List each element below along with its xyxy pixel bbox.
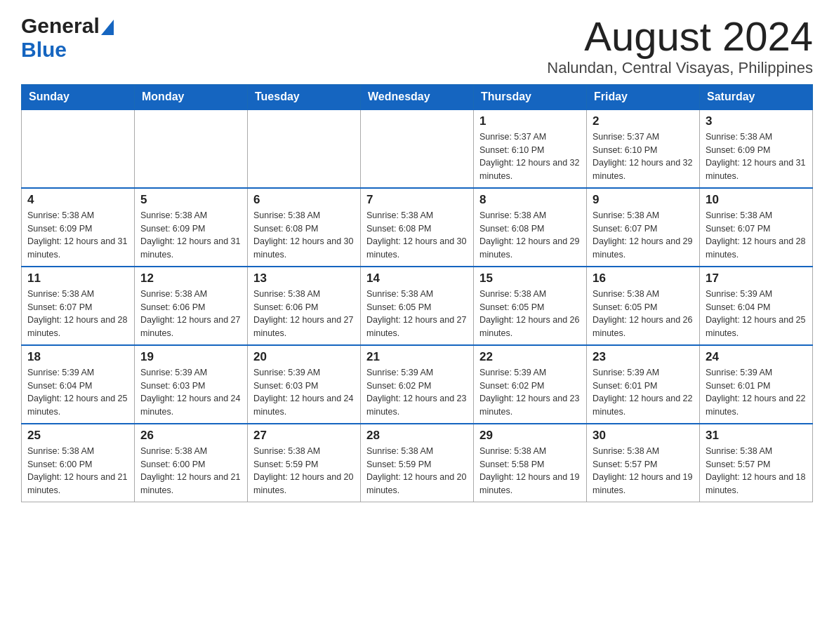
day-info: Sunrise: 5:38 AMSunset: 6:00 PMDaylight:…	[27, 445, 128, 497]
calendar-day-cell: 26Sunrise: 5:38 AMSunset: 6:00 PMDayligh…	[135, 424, 248, 502]
title-block: August 2024 Nalundan, Central Visayas, P…	[547, 14, 813, 77]
day-info: Sunrise: 5:38 AMSunset: 6:08 PMDaylight:…	[479, 209, 581, 262]
day-number: 14	[366, 271, 468, 286]
day-info: Sunrise: 5:39 AMSunset: 6:03 PMDaylight:…	[253, 366, 355, 419]
calendar-day-cell: 6Sunrise: 5:38 AMSunset: 6:08 PMDaylight…	[248, 188, 361, 267]
day-number: 7	[366, 193, 468, 207]
day-info: Sunrise: 5:38 AMSunset: 6:08 PMDaylight:…	[366, 209, 468, 262]
day-info: Sunrise: 5:39 AMSunset: 6:03 PMDaylight:…	[140, 366, 241, 419]
day-info: Sunrise: 5:38 AMSunset: 6:00 PMDaylight:…	[140, 445, 241, 497]
day-info: Sunrise: 5:39 AMSunset: 6:02 PMDaylight:…	[479, 366, 581, 419]
page-header: General Blue August 2024 Nalundan, Centr…	[21, 14, 813, 77]
day-number: 11	[27, 271, 128, 286]
day-info: Sunrise: 5:38 AMSunset: 6:05 PMDaylight:…	[479, 288, 581, 340]
day-info: Sunrise: 5:38 AMSunset: 6:06 PMDaylight:…	[140, 288, 241, 340]
logo: General Blue	[21, 14, 114, 62]
day-info: Sunrise: 5:38 AMSunset: 5:59 PMDaylight:…	[253, 445, 355, 497]
calendar-day-cell: 18Sunrise: 5:39 AMSunset: 6:04 PMDayligh…	[22, 345, 135, 424]
calendar-day-cell: 19Sunrise: 5:39 AMSunset: 6:03 PMDayligh…	[135, 345, 248, 424]
day-info: Sunrise: 5:38 AMSunset: 6:09 PMDaylight:…	[706, 130, 807, 183]
calendar-day-cell: 29Sunrise: 5:38 AMSunset: 5:58 PMDayligh…	[474, 424, 587, 502]
calendar-header-wednesday: Wednesday	[361, 84, 474, 109]
day-info: Sunrise: 5:39 AMSunset: 6:04 PMDaylight:…	[27, 366, 128, 419]
calendar-day-cell: 24Sunrise: 5:39 AMSunset: 6:01 PMDayligh…	[700, 345, 813, 424]
day-number: 8	[479, 193, 581, 207]
day-number: 31	[706, 429, 807, 443]
day-number: 17	[706, 271, 807, 286]
calendar-day-cell: 21Sunrise: 5:39 AMSunset: 6:02 PMDayligh…	[361, 345, 474, 424]
day-info: Sunrise: 5:38 AMSunset: 5:59 PMDaylight:…	[366, 445, 468, 497]
logo-triangle-icon	[101, 20, 114, 35]
calendar-week-row: 18Sunrise: 5:39 AMSunset: 6:04 PMDayligh…	[22, 345, 813, 424]
calendar-day-cell: 17Sunrise: 5:39 AMSunset: 6:04 PMDayligh…	[700, 267, 813, 345]
day-info: Sunrise: 5:38 AMSunset: 6:07 PMDaylight:…	[593, 209, 694, 262]
calendar-header-row: SundayMondayTuesdayWednesdayThursdayFrid…	[22, 84, 813, 109]
day-number: 5	[140, 193, 241, 207]
calendar-day-cell: 3Sunrise: 5:38 AMSunset: 6:09 PMDaylight…	[700, 109, 813, 188]
day-info: Sunrise: 5:39 AMSunset: 6:04 PMDaylight:…	[706, 288, 807, 340]
calendar-day-cell: 9Sunrise: 5:38 AMSunset: 6:07 PMDaylight…	[587, 188, 700, 267]
day-info: Sunrise: 5:38 AMSunset: 6:08 PMDaylight:…	[253, 209, 355, 262]
calendar-day-cell	[248, 109, 361, 188]
calendar-day-cell: 23Sunrise: 5:39 AMSunset: 6:01 PMDayligh…	[587, 345, 700, 424]
day-number: 24	[706, 350, 807, 364]
svg-marker-0	[101, 20, 114, 35]
day-info: Sunrise: 5:37 AMSunset: 6:10 PMDaylight:…	[479, 130, 581, 183]
day-info: Sunrise: 5:38 AMSunset: 6:09 PMDaylight:…	[140, 209, 241, 262]
day-number: 2	[593, 114, 694, 128]
calendar-day-cell: 1Sunrise: 5:37 AMSunset: 6:10 PMDaylight…	[474, 109, 587, 188]
calendar-day-cell: 5Sunrise: 5:38 AMSunset: 6:09 PMDaylight…	[135, 188, 248, 267]
calendar-day-cell: 13Sunrise: 5:38 AMSunset: 6:06 PMDayligh…	[248, 267, 361, 345]
calendar-day-cell: 2Sunrise: 5:37 AMSunset: 6:10 PMDaylight…	[587, 109, 700, 188]
calendar-week-row: 1Sunrise: 5:37 AMSunset: 6:10 PMDaylight…	[22, 109, 813, 188]
month-title: August 2024	[547, 14, 813, 59]
day-number: 21	[366, 350, 468, 364]
day-number: 4	[27, 193, 128, 207]
day-number: 29	[479, 429, 581, 443]
calendar-day-cell: 31Sunrise: 5:38 AMSunset: 5:57 PMDayligh…	[700, 424, 813, 502]
calendar-day-cell: 15Sunrise: 5:38 AMSunset: 6:05 PMDayligh…	[474, 267, 587, 345]
day-number: 9	[593, 193, 694, 207]
calendar-day-cell: 14Sunrise: 5:38 AMSunset: 6:05 PMDayligh…	[361, 267, 474, 345]
day-info: Sunrise: 5:37 AMSunset: 6:10 PMDaylight:…	[593, 130, 694, 183]
logo-general-text: General	[21, 14, 100, 38]
calendar-day-cell	[361, 109, 474, 188]
calendar-day-cell: 4Sunrise: 5:38 AMSunset: 6:09 PMDaylight…	[22, 188, 135, 267]
day-number: 1	[479, 114, 581, 128]
day-number: 6	[253, 193, 355, 207]
calendar-day-cell: 22Sunrise: 5:39 AMSunset: 6:02 PMDayligh…	[474, 345, 587, 424]
day-info: Sunrise: 5:39 AMSunset: 6:02 PMDaylight:…	[366, 366, 468, 419]
calendar-day-cell	[135, 109, 248, 188]
day-info: Sunrise: 5:38 AMSunset: 6:07 PMDaylight:…	[706, 209, 807, 262]
day-info: Sunrise: 5:38 AMSunset: 6:05 PMDaylight:…	[593, 288, 694, 340]
day-number: 18	[27, 350, 128, 364]
calendar-day-cell: 10Sunrise: 5:38 AMSunset: 6:07 PMDayligh…	[700, 188, 813, 267]
calendar-day-cell	[22, 109, 135, 188]
day-number: 25	[27, 429, 128, 443]
logo-blue-text: Blue	[21, 38, 67, 62]
day-number: 20	[253, 350, 355, 364]
calendar-header-friday: Friday	[587, 84, 700, 109]
calendar-day-cell: 20Sunrise: 5:39 AMSunset: 6:03 PMDayligh…	[248, 345, 361, 424]
day-info: Sunrise: 5:38 AMSunset: 6:05 PMDaylight:…	[366, 288, 468, 340]
day-info: Sunrise: 5:39 AMSunset: 6:01 PMDaylight:…	[706, 366, 807, 419]
day-number: 16	[593, 271, 694, 286]
calendar-week-row: 11Sunrise: 5:38 AMSunset: 6:07 PMDayligh…	[22, 267, 813, 345]
location-title: Nalundan, Central Visayas, Philippines	[547, 59, 813, 77]
day-info: Sunrise: 5:38 AMSunset: 6:09 PMDaylight:…	[27, 209, 128, 262]
day-number: 23	[593, 350, 694, 364]
calendar-header-monday: Monday	[135, 84, 248, 109]
calendar-day-cell: 25Sunrise: 5:38 AMSunset: 6:00 PMDayligh…	[22, 424, 135, 502]
calendar-day-cell: 16Sunrise: 5:38 AMSunset: 6:05 PMDayligh…	[587, 267, 700, 345]
day-info: Sunrise: 5:38 AMSunset: 6:06 PMDaylight:…	[253, 288, 355, 340]
calendar-day-cell: 7Sunrise: 5:38 AMSunset: 6:08 PMDaylight…	[361, 188, 474, 267]
calendar-table: SundayMondayTuesdayWednesdayThursdayFrid…	[21, 84, 813, 502]
day-info: Sunrise: 5:38 AMSunset: 6:07 PMDaylight:…	[27, 288, 128, 340]
day-number: 22	[479, 350, 581, 364]
day-number: 26	[140, 429, 241, 443]
day-number: 19	[140, 350, 241, 364]
calendar-header-tuesday: Tuesday	[248, 84, 361, 109]
day-info: Sunrise: 5:38 AMSunset: 5:57 PMDaylight:…	[706, 445, 807, 497]
calendar-day-cell: 28Sunrise: 5:38 AMSunset: 5:59 PMDayligh…	[361, 424, 474, 502]
calendar-week-row: 25Sunrise: 5:38 AMSunset: 6:00 PMDayligh…	[22, 424, 813, 502]
